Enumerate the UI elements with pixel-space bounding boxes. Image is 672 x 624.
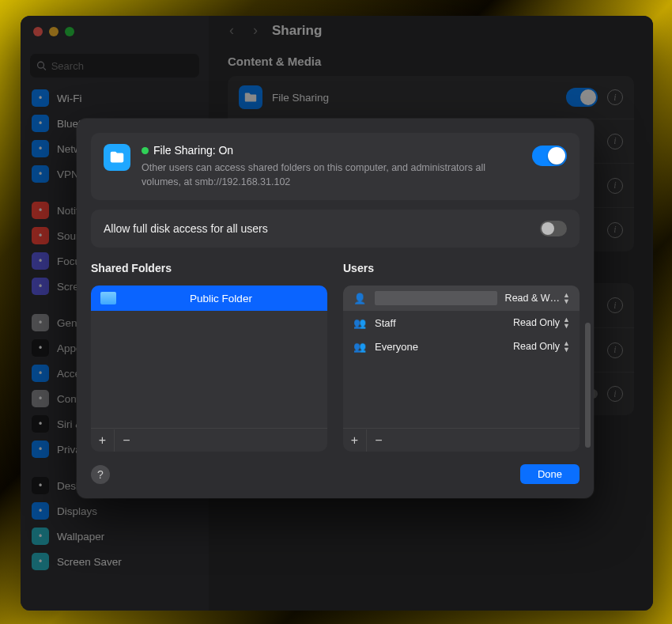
chevron-updown-icon: ▲▼ — [563, 292, 570, 304]
sidebar-item-label: Wallpaper — [57, 531, 104, 543]
file-sharing-main-toggle[interactable] — [532, 146, 567, 166]
user-name: Everyone — [375, 341, 505, 353]
moon-icon: • — [32, 252, 49, 270]
full-disk-access-label: Allow full disk access for all users — [104, 222, 268, 235]
file-sharing-modal: File Sharing: On Other users can access … — [77, 119, 594, 498]
folder-name: Public Folder — [124, 293, 318, 304]
bell-icon: • — [32, 202, 49, 219]
file-sharing-status-card: File Sharing: On Other users can access … — [91, 133, 580, 200]
vpn-icon: • — [32, 165, 49, 183]
done-button[interactable]: Done — [520, 464, 580, 484]
user-name: Staff — [375, 317, 505, 329]
file-sharing-row[interactable]: File Sharing i — [228, 76, 634, 119]
shared-folders-header: Shared Folders — [91, 262, 327, 274]
info-button[interactable]: i — [607, 386, 623, 402]
info-button[interactable]: i — [607, 297, 623, 313]
search-icon — [36, 60, 47, 71]
user-row[interactable]: 👤Read & W…▲▼ — [343, 286, 580, 311]
users-column: Users 👤Read & W…▲▼👥StaffRead Only▲▼👥Ever… — [343, 262, 580, 452]
chevron-updown-icon: ▲▼ — [563, 340, 570, 353]
svg-line-1 — [43, 67, 46, 70]
sound-icon: • — [32, 227, 49, 244]
sidebar-item-wi-fi[interactable]: •Wi-Fi — [21, 85, 209, 111]
file-sharing-label: File Sharing — [272, 92, 557, 104]
back-button[interactable]: ‹ — [225, 22, 239, 39]
users-footer: + − — [343, 428, 580, 452]
users-header: Users — [343, 262, 580, 274]
shared-folders-list: Public Folder + − — [91, 286, 327, 452]
permission-select[interactable]: Read Only▲▼ — [513, 340, 570, 353]
help-button[interactable]: ? — [91, 465, 110, 484]
add-user-button[interactable]: + — [343, 429, 367, 452]
folder-share-icon — [104, 144, 130, 171]
info-button[interactable]: i — [607, 178, 623, 194]
hourglass-icon: • — [32, 278, 49, 295]
info-button[interactable]: i — [607, 222, 623, 238]
siri-icon: • — [32, 415, 49, 433]
info-button[interactable]: i — [607, 342, 623, 358]
user-row[interactable]: 👥StaffRead Only▲▼ — [343, 311, 580, 335]
remove-folder-button[interactable]: − — [115, 429, 138, 452]
minimize-window-button[interactable] — [49, 27, 59, 36]
globe-icon: • — [32, 140, 49, 157]
user-icon: 👥 — [353, 341, 367, 353]
sidebar-item-label: Wi-Fi — [57, 93, 81, 104]
control-icon: • — [32, 390, 49, 407]
search-field[interactable] — [30, 54, 199, 78]
folder-icon — [239, 85, 262, 109]
shared-folders-column: Shared Folders Public Folder + − — [91, 262, 327, 452]
user-row[interactable]: 👥EveryoneRead Only▲▼ — [343, 335, 580, 358]
sidebar-item-label: Displays — [57, 505, 97, 517]
users-list: 👤Read & W…▲▼👥StaffRead Only▲▼👥EveryoneRe… — [343, 286, 580, 452]
sidebar-item-label: VPN — [57, 168, 79, 180]
scrollbar[interactable] — [585, 323, 591, 448]
permission-select[interactable]: Read & W…▲▼ — [505, 292, 570, 304]
sidebar-item-wallpaper[interactable]: •Wallpaper — [21, 524, 209, 549]
user-name — [375, 291, 497, 305]
sidebar-item-screen-saver[interactable]: •Screen Saver — [21, 549, 209, 574]
section-header-content-media: Content & Media — [228, 55, 634, 68]
folder-icon — [100, 292, 116, 304]
main-header: ‹ › Sharing — [209, 16, 653, 47]
user-icon: 👥 — [353, 317, 367, 329]
maximize-window-button[interactable] — [65, 27, 74, 36]
shared-folders-footer: + − — [91, 428, 327, 452]
hand-icon: • — [32, 441, 49, 458]
status-dot-on — [142, 147, 149, 154]
permission-select[interactable]: Read Only▲▼ — [513, 316, 570, 329]
page-title: Sharing — [272, 23, 322, 39]
appearance-icon: • — [32, 339, 49, 357]
wallpaper-icon: • — [32, 528, 49, 545]
screensaver-icon: • — [32, 553, 49, 570]
bluetooth-icon: • — [32, 115, 49, 132]
accessibility-icon: • — [32, 365, 49, 382]
close-window-button[interactable] — [33, 27, 43, 36]
chevron-updown-icon: ▲▼ — [563, 316, 570, 329]
full-disk-access-toggle[interactable] — [540, 221, 567, 236]
forward-button[interactable]: › — [248, 22, 262, 39]
modal-description: Other users can access shared folders on… — [142, 161, 521, 189]
sidebar-item-displays[interactable]: •Displays — [21, 498, 209, 524]
info-button[interactable]: i — [607, 134, 623, 149]
gear-icon: • — [32, 314, 49, 331]
add-folder-button[interactable]: + — [91, 429, 115, 452]
window-controls — [21, 16, 209, 47]
full-disk-access-row: Allow full disk access for all users — [91, 210, 580, 248]
desktop-icon: • — [32, 477, 49, 494]
modal-title: File Sharing: On — [153, 144, 233, 157]
user-icon: 👤 — [353, 293, 367, 304]
file-sharing-toggle[interactable] — [566, 88, 598, 107]
info-button[interactable]: i — [607, 89, 623, 105]
sidebar-item-label: Screen Saver — [57, 556, 122, 568]
shared-folder-item[interactable]: Public Folder — [91, 286, 327, 311]
svg-point-0 — [38, 62, 44, 68]
search-input[interactable] — [51, 60, 193, 72]
wifi-icon: • — [32, 89, 49, 107]
displays-icon: • — [32, 502, 49, 520]
remove-user-button[interactable]: − — [367, 429, 391, 452]
